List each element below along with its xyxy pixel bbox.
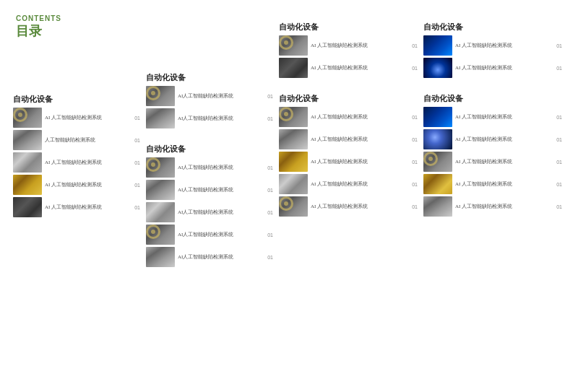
thumbnail bbox=[146, 202, 175, 222]
item-text: AI 人工智能缺陷检测系统 bbox=[45, 115, 131, 121]
list-item: AI 人工智能缺陷检测系统 01 bbox=[423, 58, 562, 78]
item-num: 01 bbox=[267, 232, 273, 238]
item-num: 01 bbox=[267, 255, 273, 260]
item-num: 01 bbox=[412, 160, 418, 165]
thumbnail bbox=[279, 107, 308, 127]
item-num: 01 bbox=[134, 160, 140, 165]
list-item: AI 人工智能缺陷检测系统 01 bbox=[279, 35, 418, 56]
item-text: AI 人工智能缺陷检测系统 bbox=[311, 159, 409, 165]
thumbnail bbox=[13, 175, 42, 195]
col4-section1: 自动化设备 AI 人工智能缺陷检测系统 01 AI 人工智能缺陷检测系统 01 bbox=[423, 22, 562, 80]
item-text: 人工智能缺陷检测系统 bbox=[45, 137, 131, 143]
thumbnail bbox=[423, 152, 452, 172]
list-item: AI 人工智能缺陷检测系统 01 bbox=[423, 107, 562, 127]
list-item: AI 人工智能缺陷检测系统 01 bbox=[423, 35, 562, 56]
thumbnail bbox=[423, 107, 452, 127]
thumbnail bbox=[13, 152, 42, 173]
thumbnail bbox=[146, 108, 175, 129]
item-text: AI人工智能缺陷检测系统 bbox=[178, 254, 264, 260]
item-text: AI 人工智能缺陷检测系统 bbox=[311, 65, 409, 71]
column-4: 自动化设备 AI 人工智能缺陷检测系统 01 AI 人工智能缺陷检测系统 01 … bbox=[420, 22, 565, 378]
item-num: 01 bbox=[134, 138, 140, 143]
item-num: 01 bbox=[556, 160, 562, 165]
thumbnail bbox=[279, 174, 308, 194]
list-item: AI 人工智能缺陷检测系统 01 bbox=[279, 58, 418, 78]
list-item: AI人工智能缺陷检测系统 01 bbox=[146, 202, 273, 222]
thumbnail bbox=[146, 157, 175, 178]
item-text: AI 人工智能缺陷检测系统 bbox=[311, 114, 409, 120]
item-num: 01 bbox=[412, 137, 418, 142]
thumbnail bbox=[279, 58, 308, 78]
list-item: 人工智能缺陷检测系统 01 bbox=[13, 130, 140, 150]
thumbnail bbox=[279, 35, 308, 56]
item-num: 01 bbox=[267, 188, 273, 193]
thumbnail bbox=[13, 197, 42, 217]
col2-section1-title: 自动化设备 bbox=[146, 72, 273, 83]
col3-section1: 自动化设备 AI 人工智能缺陷检测系统 01 AI 人工智能缺陷检测系统 01 bbox=[279, 22, 418, 80]
item-num: 01 bbox=[412, 66, 418, 71]
item-text: AI人工智能缺陷检测系统 bbox=[178, 116, 264, 121]
col4-section2: 自动化设备 AI 人工智能缺陷检测系统 01 AI 人工智能缺陷检测系统 01 … bbox=[423, 93, 562, 219]
item-num: 01 bbox=[412, 204, 418, 209]
col3-section2: 自动化设备 AI 人工智能缺陷检测系统 01 AI 人工智能缺陷检测系统 01 … bbox=[279, 93, 418, 219]
item-text: AI 人工智能缺陷检测系统 bbox=[455, 65, 553, 71]
list-item: AI 人工智能缺陷检测系统 01 bbox=[279, 107, 418, 127]
item-num: 01 bbox=[267, 94, 273, 99]
list-item: AI人工智能缺陷检测系统 01 bbox=[146, 108, 273, 129]
item-num: 01 bbox=[556, 43, 562, 48]
item-num: 01 bbox=[134, 205, 140, 210]
thumbnail bbox=[423, 174, 452, 194]
item-text: AI 人工智能缺陷检测系统 bbox=[311, 136, 409, 142]
item-num: 01 bbox=[412, 43, 418, 48]
item-text: AI人工智能缺陷检测系统 bbox=[178, 187, 264, 193]
list-item: AI 人工智能缺陷检测系统 01 bbox=[279, 196, 418, 217]
col1-section1-title: 自动化设备 bbox=[13, 94, 140, 105]
item-text: AI 人工智能缺陷检测系统 bbox=[45, 160, 131, 165]
item-text: AI人工智能缺陷检测系统 bbox=[178, 209, 264, 215]
thumbnail bbox=[146, 86, 175, 106]
thumbnail bbox=[279, 129, 308, 149]
col2-section2: 自动化设备 AI人工智能缺陷检测系统 01 AI人工智能缺陷检测系统 01 AI… bbox=[146, 144, 273, 269]
item-num: 01 bbox=[556, 115, 562, 120]
list-item: AI人工智能缺陷检测系统 01 bbox=[146, 180, 273, 200]
col1-section1: 自动化设备 AI 人工智能缺陷检测系统 01 人工智能缺陷检测系统 01 AI … bbox=[13, 94, 140, 219]
list-item: AI人工智能缺陷检测系统 01 bbox=[146, 225, 273, 245]
column-1: 自动化设备 AI 人工智能缺陷检测系统 01 人工智能缺陷检测系统 01 AI … bbox=[13, 22, 143, 378]
item-text: AI 人工智能缺陷检测系统 bbox=[311, 43, 409, 48]
column-3: 自动化设备 AI 人工智能缺陷检测系统 01 AI 人工智能缺陷检测系统 01 … bbox=[276, 22, 420, 378]
item-num: 01 bbox=[412, 115, 418, 120]
thumbnail bbox=[423, 58, 452, 78]
item-text: AI 人工智能缺陷检测系统 bbox=[45, 182, 131, 188]
item-text: AI 人工智能缺陷检测系统 bbox=[45, 204, 131, 210]
list-item: AI 人工智能缺陷检测系统 01 bbox=[423, 174, 562, 194]
col2-section2-title: 自动化设备 bbox=[146, 144, 273, 154]
list-item: AI人工智能缺陷检测系统 01 bbox=[146, 247, 273, 267]
list-item: AI 人工智能缺陷检测系统 01 bbox=[13, 175, 140, 195]
item-text: AI 人工智能缺陷检测系统 bbox=[455, 159, 553, 165]
thumbnail bbox=[423, 196, 452, 217]
item-num: 01 bbox=[556, 204, 562, 209]
col4-section1-title: 自动化设备 bbox=[423, 22, 562, 32]
item-text: AI人工智能缺陷检测系统 bbox=[178, 165, 264, 170]
item-text: AI人工智能缺陷检测系统 bbox=[178, 232, 264, 238]
item-num: 01 bbox=[134, 116, 140, 121]
col3-section2-title: 自动化设备 bbox=[279, 93, 418, 104]
item-text: AI 人工智能缺陷检测系统 bbox=[455, 136, 553, 142]
column-2: 自动化设备 AI人工智能缺陷检测系统 01 AI人工智能缺陷检测系统 01 自动… bbox=[143, 22, 276, 378]
item-num: 01 bbox=[134, 183, 140, 188]
list-item: AI 人工智能缺陷检测系统 01 bbox=[423, 129, 562, 149]
col2-section1: 自动化设备 AI人工智能缺陷检测系统 01 AI人工智能缺陷检测系统 01 bbox=[146, 72, 273, 131]
item-text: AI 人工智能缺陷检测系统 bbox=[455, 181, 553, 187]
item-text: AI人工智能缺陷检测系统 bbox=[178, 93, 264, 99]
item-num: 01 bbox=[267, 116, 273, 121]
thumbnail bbox=[279, 196, 308, 217]
col3-section1-title: 自动化设备 bbox=[279, 22, 418, 32]
item-text: AI 人工智能缺陷检测系统 bbox=[311, 204, 409, 209]
list-item: AI人工智能缺陷检测系统 01 bbox=[146, 157, 273, 178]
thumbnail bbox=[13, 130, 42, 150]
item-num: 01 bbox=[556, 66, 562, 71]
item-text: AI 人工智能缺陷检测系统 bbox=[455, 204, 553, 209]
header-block: CONTENTS 目录 bbox=[16, 14, 61, 40]
list-item: AI 人工智能缺陷检测系统 01 bbox=[279, 174, 418, 194]
item-num: 01 bbox=[556, 137, 562, 142]
